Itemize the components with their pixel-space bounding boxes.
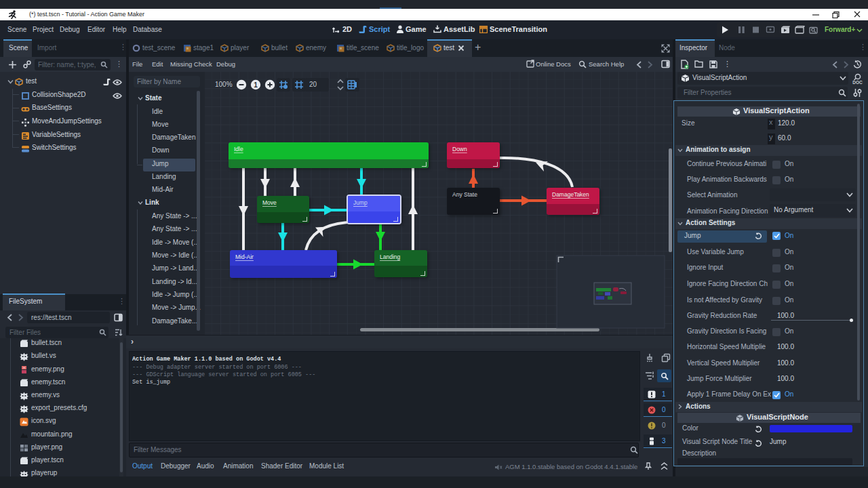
svg-text:1: 1	[254, 81, 258, 89]
svg-text:DOC: DOC	[852, 80, 863, 85]
